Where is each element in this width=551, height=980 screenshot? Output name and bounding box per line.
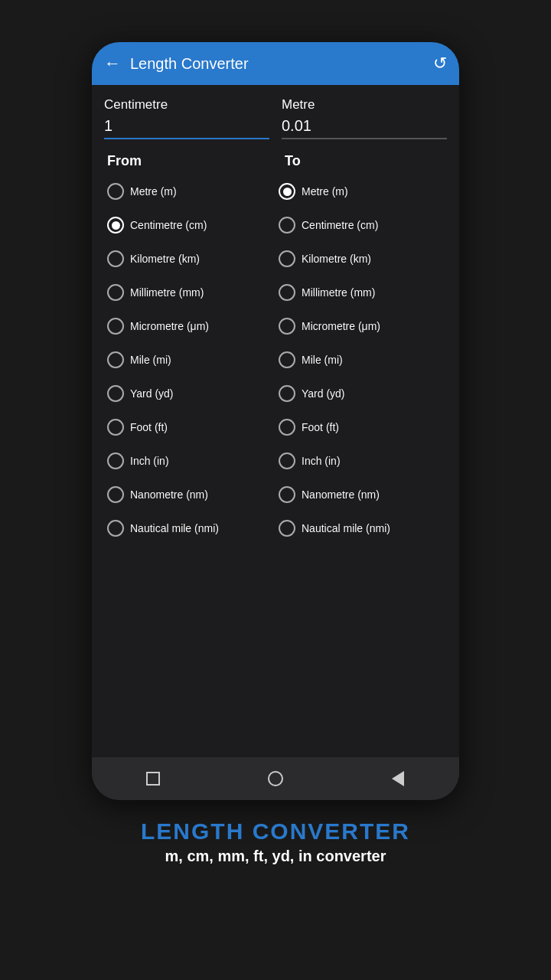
to-kilometre-label: Kilometre (km) xyxy=(302,253,371,265)
from-inch-radio[interactable] xyxy=(107,452,124,469)
phone-frame: ← Length Converter ↺ Centimetre Metre Fr… xyxy=(92,42,459,800)
from-yard[interactable]: Yard (yd) xyxy=(104,377,276,410)
to-micrometre[interactable]: Micrometre (μm) xyxy=(276,310,447,342)
from-mile[interactable]: Mile (mi) xyxy=(104,344,276,376)
nav-home-button[interactable] xyxy=(262,765,289,792)
nav-back-button[interactable] xyxy=(384,765,412,792)
from-nautical-mile-radio[interactable] xyxy=(107,520,124,537)
to-millimetre-radio[interactable] xyxy=(279,284,295,301)
to-nanometre-label: Nanometre (nm) xyxy=(302,488,380,501)
back-button[interactable]: ← xyxy=(104,54,121,74)
app-header: ← Length Converter ↺ xyxy=(92,42,459,85)
to-radio-col: Metre (m) Centimetre (cm) Kilometre (km)… xyxy=(276,175,447,544)
from-kilometre-label: Kilometre (km) xyxy=(130,253,200,265)
from-foot[interactable]: Foot (ft) xyxy=(104,411,276,443)
header-title: Length Converter xyxy=(130,55,433,73)
to-kilometre[interactable]: Kilometre (km) xyxy=(276,243,447,275)
from-nanometre[interactable]: Nanometre (nm) xyxy=(104,479,276,511)
to-nautical-mile[interactable]: Nautical mile (nmi) xyxy=(276,512,447,544)
nav-back-icon xyxy=(392,771,404,786)
to-inch-radio[interactable] xyxy=(279,452,295,469)
to-foot-radio[interactable] xyxy=(279,419,295,436)
to-foot[interactable]: Foot (ft) xyxy=(276,411,447,443)
to-millimetre[interactable]: Millimetre (mm) xyxy=(276,276,447,309)
to-inch-label: Inch (in) xyxy=(302,455,341,467)
from-micrometre-label: Micrometre (μm) xyxy=(130,320,209,332)
to-foot-label: Foot (ft) xyxy=(302,421,339,433)
to-unit-label: Metre xyxy=(282,97,447,113)
from-metre[interactable]: Metre (m) xyxy=(104,175,276,207)
content-area: Centimetre Metre From To Metre (m) xyxy=(92,85,459,757)
app-title: LENGTH CONVERTER xyxy=(141,818,410,844)
from-nanometre-label: Nanometre (nm) xyxy=(130,488,208,501)
to-centimetre-label: Centimetre (cm) xyxy=(302,219,378,231)
from-nautical-mile-label: Nautical mile (nmi) xyxy=(130,522,219,534)
to-metre[interactable]: Metre (m) xyxy=(276,175,447,207)
from-mile-radio[interactable] xyxy=(107,351,124,368)
from-nanometre-radio[interactable] xyxy=(107,486,124,503)
to-micrometre-radio[interactable] xyxy=(279,318,295,335)
nav-home-icon xyxy=(268,771,283,786)
to-nautical-mile-radio[interactable] xyxy=(279,520,295,537)
from-inch[interactable]: Inch (in) xyxy=(104,445,276,477)
reset-button[interactable]: ↺ xyxy=(433,54,447,74)
from-kilometre-radio[interactable] xyxy=(107,250,124,267)
to-centimetre-radio[interactable] xyxy=(279,217,295,234)
from-inch-label: Inch (in) xyxy=(130,455,169,467)
to-yard-radio[interactable] xyxy=(279,385,295,402)
from-centimetre-radio[interactable] xyxy=(107,217,124,234)
nav-square-icon xyxy=(146,772,160,786)
from-unit-label: Centimetre xyxy=(104,97,269,113)
from-foot-label: Foot (ft) xyxy=(130,421,168,433)
to-inch[interactable]: Inch (in) xyxy=(276,445,447,477)
to-nanometre-radio[interactable] xyxy=(279,486,295,503)
from-yard-label: Yard (yd) xyxy=(130,387,174,400)
to-micrometre-label: Micrometre (μm) xyxy=(302,320,380,332)
from-radio-col: Metre (m) Centimetre (cm) Kilometre (km)… xyxy=(104,175,276,544)
from-value-col: Centimetre xyxy=(104,97,269,139)
to-nanometre[interactable]: Nanometre (nm) xyxy=(276,479,447,511)
nav-square-button[interactable] xyxy=(139,765,167,792)
radio-list: Metre (m) Centimetre (cm) Kilometre (km)… xyxy=(104,175,447,544)
value-display-row: Centimetre Metre xyxy=(104,97,447,139)
to-kilometre-radio[interactable] xyxy=(279,250,295,267)
from-value-input[interactable] xyxy=(104,117,269,139)
from-centimetre[interactable]: Centimetre (cm) xyxy=(104,209,276,241)
from-metre-radio[interactable] xyxy=(107,183,124,200)
to-value-input[interactable] xyxy=(282,117,447,139)
from-millimetre-label: Millimetre (mm) xyxy=(130,286,204,299)
to-yard[interactable]: Yard (yd) xyxy=(276,377,447,410)
from-metre-label: Metre (m) xyxy=(130,185,177,198)
from-micrometre-radio[interactable] xyxy=(107,318,124,335)
from-yard-radio[interactable] xyxy=(107,385,124,402)
to-yard-label: Yard (yd) xyxy=(302,387,345,400)
from-micrometre[interactable]: Micrometre (μm) xyxy=(104,310,276,342)
from-to-headers: From To xyxy=(104,153,447,169)
to-mile-radio[interactable] xyxy=(279,351,295,368)
from-centimetre-label: Centimetre (cm) xyxy=(130,219,207,231)
to-millimetre-label: Millimetre (mm) xyxy=(302,286,375,299)
to-metre-label: Metre (m) xyxy=(302,185,348,198)
from-mile-label: Mile (mi) xyxy=(130,354,171,366)
to-metre-radio[interactable] xyxy=(279,183,295,200)
nav-bar xyxy=(92,757,459,800)
from-millimetre[interactable]: Millimetre (mm) xyxy=(104,276,276,309)
bottom-text-area: LENGTH CONVERTER m, cm, mm, ft, yd, in c… xyxy=(129,818,422,865)
to-nautical-mile-label: Nautical mile (nmi) xyxy=(302,522,390,534)
from-kilometre[interactable]: Kilometre (km) xyxy=(104,243,276,275)
to-mile-label: Mile (mi) xyxy=(302,354,343,366)
from-header: From xyxy=(104,153,269,169)
to-mile[interactable]: Mile (mi) xyxy=(276,344,447,376)
to-header: To xyxy=(282,153,447,169)
to-value-col: Metre xyxy=(282,97,447,139)
app-subtitle: m, cm, mm, ft, yd, in converter xyxy=(141,848,410,865)
from-foot-radio[interactable] xyxy=(107,419,124,436)
to-centimetre[interactable]: Centimetre (cm) xyxy=(276,209,447,241)
from-nautical-mile[interactable]: Nautical mile (nmi) xyxy=(104,512,276,544)
from-millimetre-radio[interactable] xyxy=(107,284,124,301)
